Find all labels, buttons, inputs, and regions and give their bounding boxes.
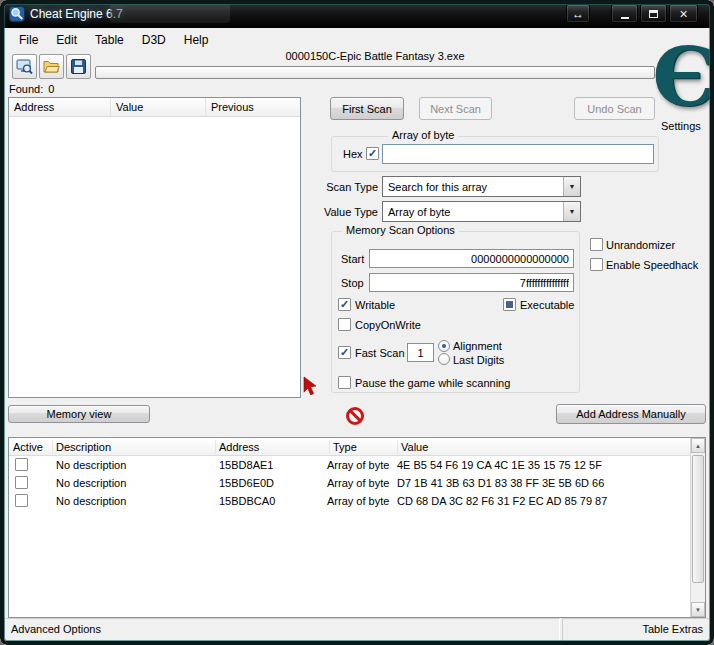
maximize-button[interactable]: [640, 4, 667, 23]
epsilon-logo-icon: Є: [652, 38, 714, 116]
row-active-checkbox[interactable]: [15, 476, 28, 489]
found-column-previous[interactable]: Previous: [206, 98, 300, 116]
cheat-engine-window: Cheat Engine 6.7 ↔ × File Edit Table D3D…: [0, 0, 714, 645]
scroll-down-button[interactable]: ▼: [691, 602, 705, 617]
titlebar-artifact: [110, 4, 230, 23]
table-row[interactable]: No description 15BDBCA0 Array of byte CD…: [9, 492, 705, 510]
open-folder-icon: [43, 58, 60, 75]
cheat-engine-logo[interactable]: Є: [653, 38, 713, 118]
fast-scan-alignment-input[interactable]: [407, 343, 434, 362]
save-table-button[interactable]: [66, 54, 91, 79]
found-column-value[interactable]: Value: [111, 98, 206, 116]
scan-type-value: Search for this array: [383, 181, 563, 193]
enable-speedhack-checkbox[interactable]: [590, 258, 603, 271]
row-type: Array of byte: [327, 477, 389, 489]
row-active-checkbox[interactable]: [15, 494, 28, 507]
app-icon: [9, 6, 25, 22]
first-scan-button[interactable]: First Scan: [330, 97, 404, 120]
stop-label: Stop: [341, 277, 364, 289]
memory-view-button[interactable]: Memory view: [8, 405, 150, 423]
row-address: 15BD6E0D: [219, 477, 274, 489]
hex-checkbox[interactable]: [366, 147, 379, 160]
scan-type-label: Scan Type: [310, 181, 378, 193]
scan-value-input[interactable]: [382, 144, 654, 164]
copyonwrite-label: CopyOnWrite: [355, 319, 421, 331]
chevron-down-icon: ▼: [563, 202, 580, 221]
minimize-button[interactable]: [611, 4, 638, 23]
add-selected-addresses-button[interactable]: [301, 376, 319, 397]
last-digits-label: Last Digits: [453, 354, 504, 366]
column-address[interactable]: Address: [219, 441, 259, 453]
window-title: Cheat Engine 6.7: [30, 7, 123, 21]
cheat-table[interactable]: Active Description Address Type Value No…: [8, 437, 706, 618]
row-active-checkbox[interactable]: [15, 458, 28, 471]
maximize-icon: [649, 10, 658, 18]
table-scrollbar[interactable]: ▲ ▼: [690, 438, 705, 617]
found-list-header: Address Value Previous: [9, 98, 300, 117]
row-type: Array of byte: [327, 459, 389, 471]
alignment-label: Alignment: [453, 340, 502, 352]
title-bar: Cheat Engine 6.7 ↔ ×: [0, 0, 714, 28]
found-count: 0: [48, 83, 54, 95]
column-type[interactable]: Type: [333, 441, 357, 453]
pause-game-checkbox[interactable]: [338, 376, 351, 389]
menu-d3d[interactable]: D3D: [133, 31, 175, 49]
open-table-button[interactable]: [39, 54, 64, 79]
column-description[interactable]: Description: [56, 441, 111, 453]
found-address-list[interactable]: Address Value Previous: [8, 97, 301, 398]
row-address: 15BDBCA0: [219, 495, 275, 507]
row-value: CD 68 DA 3C 82 F6 31 F2 EC AD 85 79 87: [397, 495, 607, 507]
found-column-address[interactable]: Address: [9, 98, 111, 116]
cheat-table-header: Active Description Address Type Value: [9, 438, 705, 456]
copyonwrite-checkbox[interactable]: [338, 318, 351, 331]
executable-checkbox[interactable]: [503, 298, 516, 311]
value-type-value: Array of byte: [383, 206, 563, 218]
scroll-down-icon: ▼: [695, 607, 701, 613]
close-button[interactable]: ×: [669, 4, 698, 23]
resize-arrows-button[interactable]: ↔: [566, 4, 590, 23]
alignment-radio[interactable]: [438, 340, 450, 352]
column-active[interactable]: Active: [13, 441, 43, 453]
table-extras-link[interactable]: Table Extras: [562, 618, 710, 641]
memory-scan-options-title: Memory Scan Options: [342, 224, 459, 236]
scrollbar-thumb[interactable]: [692, 455, 704, 583]
start-label: Start: [341, 253, 364, 265]
status-bar: Advanced Options Table Extras: [4, 618, 710, 641]
table-row[interactable]: No description 15BD6E0D Array of byte D7…: [9, 474, 705, 492]
writable-checkbox[interactable]: [338, 298, 351, 311]
value-type-select[interactable]: Array of byte ▼: [382, 201, 581, 222]
executable-label: Executable: [520, 299, 574, 311]
row-value: D7 1B 41 3B 63 D1 83 38 FF 3E 5B 6D 66: [397, 477, 604, 489]
menu-file[interactable]: File: [10, 31, 47, 49]
fast-scan-checkbox[interactable]: [338, 346, 351, 359]
value-group-label: Array of byte: [388, 129, 458, 141]
menu-edit[interactable]: Edit: [47, 31, 86, 49]
row-value: 4E B5 54 F6 19 CA 4C 1E 35 15 75 12 5F: [397, 459, 602, 471]
unrandomizer-checkbox[interactable]: [590, 238, 603, 251]
menu-help[interactable]: Help: [175, 31, 218, 49]
menu-table[interactable]: Table: [86, 31, 133, 49]
row-description: No description: [56, 477, 126, 489]
scroll-up-button[interactable]: ▲: [691, 438, 705, 453]
last-digits-radio[interactable]: [438, 353, 450, 365]
value-group-box: Array of byte Hex: [331, 136, 659, 172]
table-row[interactable]: No description 15BD8AE1 Array of byte 4E…: [9, 456, 705, 474]
select-process-button[interactable]: [12, 54, 37, 79]
minimize-icon: [621, 17, 629, 19]
start-address-input[interactable]: [369, 249, 574, 268]
row-description: No description: [56, 495, 126, 507]
undo-scan-button[interactable]: Undo Scan: [574, 97, 655, 120]
scan-type-select[interactable]: Search for this array ▼: [382, 176, 581, 197]
stop-address-input[interactable]: [369, 273, 574, 292]
scroll-up-icon: ▲: [695, 443, 701, 449]
chevron-down-icon: ▼: [563, 177, 580, 196]
next-scan-button[interactable]: Next Scan: [419, 97, 492, 120]
advanced-options-link[interactable]: Advanced Options: [4, 618, 560, 641]
column-value[interactable]: Value: [401, 441, 428, 453]
no-entry-button[interactable]: [346, 407, 364, 425]
settings-link[interactable]: Settings: [661, 120, 701, 132]
enable-speedhack-label: Enable Speedhack: [606, 259, 698, 271]
pause-game-label: Pause the game while scanning: [355, 377, 510, 389]
add-address-manually-button[interactable]: Add Address Manually: [556, 404, 706, 424]
found-label: Found:: [9, 83, 43, 95]
